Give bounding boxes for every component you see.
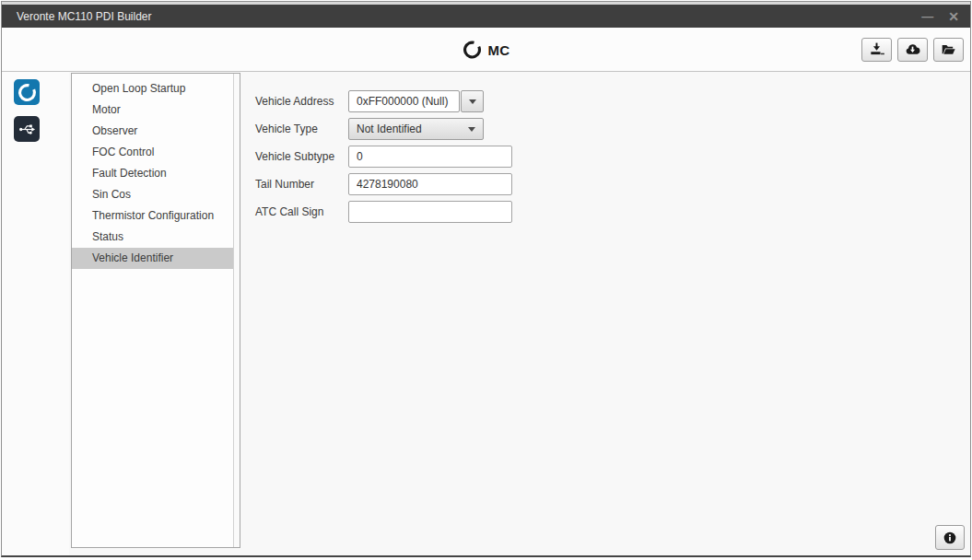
content-area: Vehicle AddressVehicle TypeNot Identifie… — [240, 72, 970, 555]
combo-input-vehicle-address[interactable] — [348, 90, 460, 112]
app-logo: MC — [463, 40, 510, 59]
menu-panel: Open Loop StartupMotorObserverFOC Contro… — [71, 73, 240, 548]
usb-icon — [18, 120, 37, 139]
field-label: Vehicle Address — [255, 95, 348, 108]
input-tail-number[interactable] — [348, 173, 512, 195]
open-folder-icon — [941, 41, 956, 57]
main-body: Open Loop StartupMotorObserverFOC Contro… — [2, 72, 970, 555]
cloud-download-icon — [905, 41, 920, 57]
input-atc-call-sign[interactable] — [348, 201, 512, 223]
cloud-download-button[interactable] — [897, 38, 928, 62]
header-toolbar — [861, 38, 964, 62]
combo-vehicle-address — [348, 90, 484, 112]
activity-bar — [2, 72, 69, 555]
window-controls: — ✕ — [921, 10, 959, 23]
menu-item-foc-control[interactable]: FOC Control — [72, 142, 233, 163]
titlebar[interactable]: Veronte MC110 PDI Builder — ✕ — [2, 2, 970, 28]
dropdown-value: Not Identified — [357, 122, 422, 135]
form: Vehicle AddressVehicle TypeNot Identifie… — [255, 90, 512, 228]
chevron-down-icon — [469, 99, 476, 104]
save-to-disk-button[interactable] — [861, 38, 892, 62]
menu-item-observer[interactable]: Observer — [72, 121, 233, 142]
download-tray-icon — [869, 41, 884, 57]
header: MC — [2, 28, 970, 72]
field-label: ATC Call Sign — [255, 205, 348, 218]
logo-text: MC — [488, 41, 510, 57]
menu-item-thermistor-configuration[interactable]: Thermistor Configuration — [72, 205, 233, 227]
menu-item-fault-detection[interactable]: Fault Detection — [72, 163, 233, 184]
form-row-vehicle-subtype: Vehicle Subtype — [255, 146, 512, 168]
combo-dropdown-button[interactable] — [461, 90, 484, 112]
menu-item-status[interactable]: Status — [72, 227, 233, 248]
open-file-button[interactable] — [933, 38, 964, 62]
dropdown-vehicle-type[interactable]: Not Identified — [348, 118, 484, 140]
menu-item-open-loop-startup[interactable]: Open Loop Startup — [72, 78, 233, 99]
info-button[interactable] — [935, 525, 965, 550]
field-label: Tail Number — [255, 178, 348, 191]
menu-item-sin-cos[interactable]: Sin Cos — [72, 184, 233, 205]
field-label: Vehicle Subtype — [255, 150, 348, 163]
minimize-button[interactable]: — — [921, 10, 933, 22]
sidebar-item-usb-connection[interactable] — [14, 116, 40, 142]
sidebar-item-veronte-module[interactable] — [14, 79, 40, 105]
veronte-ring-icon — [18, 83, 37, 102]
info-icon — [943, 531, 957, 545]
form-row-atc-call-sign: ATC Call Sign — [255, 201, 512, 223]
chevron-down-icon — [468, 127, 475, 132]
menu-item-vehicle-identifier[interactable]: Vehicle Identifier — [72, 248, 233, 269]
menu-list: Open Loop StartupMotorObserverFOC Contro… — [72, 78, 240, 269]
menu-item-motor[interactable]: Motor — [72, 99, 233, 121]
veronte-ring-icon — [463, 40, 482, 59]
menu-scrollbar[interactable] — [233, 74, 240, 547]
form-row-tail-number: Tail Number — [255, 173, 512, 195]
input-vehicle-subtype[interactable] — [348, 146, 512, 168]
app-window: Veronte MC110 PDI Builder — ✕ MC Open Lo… — [1, 1, 971, 557]
form-row-vehicle-type: Vehicle TypeNot Identified — [255, 118, 512, 140]
window-title: Veronte MC110 PDI Builder — [17, 10, 152, 23]
close-button[interactable]: ✕ — [948, 10, 959, 23]
field-label: Vehicle Type — [255, 122, 348, 135]
form-row-vehicle-address: Vehicle Address — [255, 90, 512, 112]
